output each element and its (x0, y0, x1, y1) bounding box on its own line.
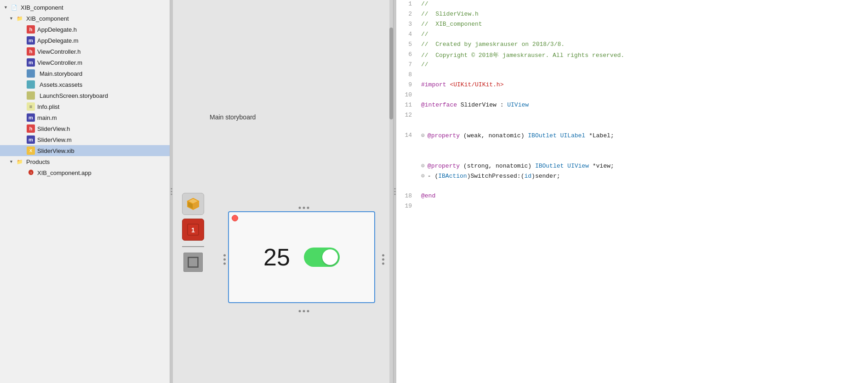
folder-icon: 📁 (16, 158, 24, 166)
svg-text:1: 1 (191, 226, 195, 234)
nav-item-infoplist[interactable]: ≡ Info.plist (0, 101, 170, 112)
canvas-code-resize-handle[interactable] (394, 0, 396, 383)
code-line-7: 7 // (396, 61, 868, 71)
m-file-icon: m (27, 36, 35, 45)
storyboard-icon (27, 91, 35, 100)
nav-item-sliderview-m[interactable]: m SliderView.m (0, 134, 170, 145)
nav-item-sliderview-xib[interactable]: X SliderView.xib (0, 145, 170, 156)
nav-item-assets[interactable]: Assets.xcassets (0, 79, 170, 90)
code-content: ⊙@property (weak, nonatomic) IBOutlet UI… (419, 132, 868, 139)
nav-item-sliderview-h[interactable]: h SliderView.h (0, 123, 170, 134)
nav-item-appdelegate-m[interactable]: m AppDelegate.m (0, 35, 170, 46)
code-line-9: 9 #import <UIKit/UIKit.h> (396, 81, 868, 91)
line-number: 1 (396, 0, 419, 7)
resize-dot (171, 191, 172, 192)
toggle-knob (322, 249, 338, 265)
line-number: 8 (396, 71, 419, 78)
cube-toolbar-button[interactable] (182, 193, 204, 215)
nav-item-appdelegate-h[interactable]: h AppDelegate.h (0, 24, 170, 35)
code-content: // Copyright © 2018年 jameskrauser. All r… (419, 51, 868, 59)
nav-label: SliderView.xib (37, 147, 74, 154)
nav-label: AppDelegate.h (37, 26, 77, 33)
handle-dot (382, 263, 384, 265)
canvas-scrollbar[interactable] (389, 0, 393, 383)
code-content: // SliderView.h (419, 11, 868, 17)
line-number: 6 (396, 51, 419, 58)
square-toolbar-button[interactable] (183, 253, 203, 272)
line-number: 9 (396, 81, 419, 88)
code-content: // (419, 0, 868, 7)
nav-label: XIB_component.app (37, 169, 91, 176)
code-content (419, 71, 868, 78)
resize-dots (171, 188, 172, 195)
box-toolbar-button[interactable]: 1 (182, 219, 204, 241)
resize-dot (394, 188, 396, 190)
nav-root-label: XIB_component (21, 4, 63, 11)
arrow-icon: ▼ (4, 5, 9, 10)
canvas-panel: Main storyboard 1 (173, 0, 394, 383)
toolbar-divider (182, 246, 204, 247)
canvas-scroll-thumb[interactable] (389, 28, 393, 119)
line-number: 4 (396, 31, 419, 38)
expand-arrow-icon: ▼ (9, 159, 15, 164)
code-line-14: 14 ⊙@property (weak, nonatomic) IBOutlet… (396, 131, 868, 141)
resize-dots (394, 188, 396, 195)
assets-icon (27, 80, 35, 89)
code-line-8: 8 (396, 71, 868, 81)
nav-root-item[interactable]: ▼ 📄 XIB_component (0, 2, 170, 13)
line-number: 2 (396, 11, 419, 17)
m-file-icon: m (27, 135, 35, 144)
code-content (419, 91, 868, 98)
code-line-6: 6 // Copyright © 2018年 jameskrauser. All… (396, 51, 868, 61)
code-line-10: 10 (396, 91, 868, 101)
line-number: 11 (396, 101, 419, 108)
toggle-switch[interactable] (304, 248, 340, 267)
handle-dot (303, 310, 305, 312)
line-number: 14 (396, 132, 419, 139)
resize-dot (171, 194, 172, 195)
square-icon (187, 256, 200, 269)
code-line-16 (396, 152, 868, 162)
nav-item-main-m[interactable]: m main.m (0, 112, 170, 123)
h-file-icon: h (27, 25, 35, 34)
nav-item-viewcontroller-m[interactable]: m ViewController.m (0, 57, 170, 68)
code-content: // XIB_component (419, 21, 868, 28)
nav-label: SliderView.m (37, 136, 72, 143)
code-content (419, 122, 868, 129)
h-file-icon: h (27, 47, 35, 56)
nav-label: LaunchScreen.storyboard (40, 92, 108, 99)
nav-label: Main.storyboard (40, 70, 82, 77)
xib-canvas-container: 25 (228, 211, 380, 308)
code-line-11: 11 @interface SliderView : UIView (396, 101, 868, 111)
handle-dot (299, 310, 301, 312)
line-number: 10 (396, 91, 419, 98)
nav-folder-products[interactable]: ▼ 📁 Products (0, 156, 170, 167)
app-icon: 🅐 (27, 169, 35, 177)
code-content: @end (419, 192, 868, 199)
code-line-1: 1 // (396, 0, 868, 10)
top-handles (299, 207, 309, 209)
line-number: 5 (396, 41, 419, 48)
handle-dot (223, 259, 226, 261)
nav-label: ViewController.m (37, 59, 82, 66)
nav-item-launchscreen[interactable]: LaunchScreen.storyboard (0, 90, 170, 101)
storyboard-icon (27, 69, 35, 78)
nav-item-app[interactable]: 🅐 XIB_component.app (0, 167, 170, 178)
line-number: 19 (396, 203, 419, 209)
code-line-19: 19 (396, 202, 868, 212)
code-line-17: ⊙@property (strong, nonatomic) IBOutlet … (396, 162, 868, 172)
nav-label: ViewController.h (37, 48, 80, 55)
code-line-17b: ⊙- (IBAction)SwitchPressed:(id)sender; (396, 172, 868, 182)
nav-folder-label: XIB_component (26, 15, 69, 22)
xib-close-button[interactable] (232, 215, 238, 221)
code-line-15 (396, 141, 868, 152)
nav-item-main-storyboard[interactable]: Main.storyboard (0, 68, 170, 79)
nav-item-viewcontroller-h[interactable]: h ViewController.h (0, 46, 170, 57)
code-content (419, 182, 868, 189)
handle-dot (303, 207, 305, 209)
nav-folder-xib[interactable]: ▼ 📁 XIB_component (0, 13, 170, 24)
svg-rect-6 (188, 258, 198, 267)
folder-icon: 📁 (16, 14, 24, 23)
nav-label: AppDelegate.m (37, 37, 79, 44)
plist-icon: ≡ (27, 102, 35, 111)
